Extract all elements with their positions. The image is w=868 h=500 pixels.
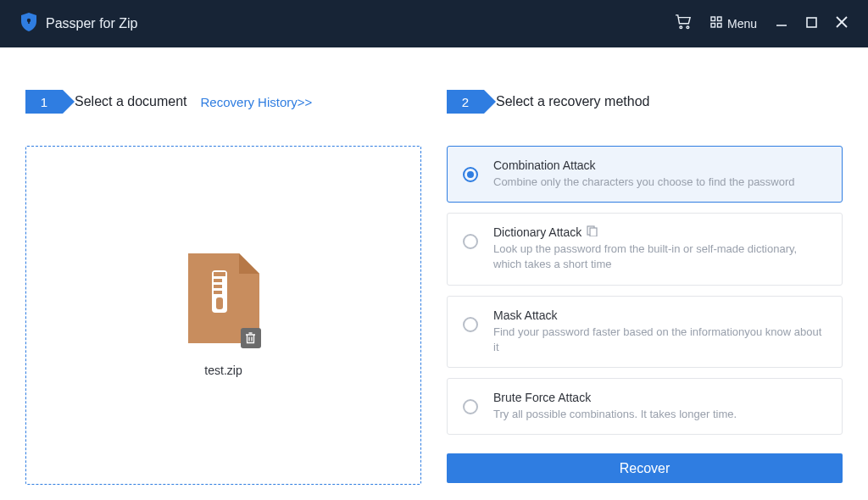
radio-icon xyxy=(463,167,478,182)
svg-rect-14 xyxy=(214,279,222,282)
content: 1 Select a document Recovery History>> xyxy=(0,47,868,500)
svg-rect-17 xyxy=(216,297,223,309)
dictionary-settings-icon[interactable] xyxy=(587,225,598,239)
titlebar-left: Passper for Zip xyxy=(20,13,137,35)
step-1-badge: 1 xyxy=(25,90,63,114)
step-1-header: 1 Select a document Recovery History>> xyxy=(25,90,421,114)
menu-button[interactable]: Menu xyxy=(710,16,757,31)
svg-rect-4 xyxy=(711,17,715,21)
method-desc: Find your password faster based on the i… xyxy=(493,325,826,355)
panel-step-2: 2 Select a recovery method Combination A… xyxy=(447,90,843,483)
recovery-methods-list: Combination Attack Combine only the char… xyxy=(447,146,843,435)
document-dropzone[interactable]: test.zip xyxy=(25,146,421,485)
grid-icon xyxy=(710,16,722,31)
svg-rect-7 xyxy=(717,24,721,28)
step-2-badge: 2 xyxy=(447,90,484,114)
svg-rect-19 xyxy=(590,228,597,236)
method-combination-attack[interactable]: Combination Attack Combine only the char… xyxy=(447,146,843,203)
panel-step-1: 1 Select a document Recovery History>> xyxy=(25,90,421,483)
svg-point-3 xyxy=(687,26,689,29)
method-desc: Look up the password from the built-in o… xyxy=(493,242,826,272)
step-2-header: 2 Select a recovery method xyxy=(447,90,843,114)
svg-rect-5 xyxy=(717,17,721,21)
svg-rect-15 xyxy=(214,285,222,288)
zip-file-icon xyxy=(188,253,259,347)
step-2-title: Select a recovery method xyxy=(496,94,649,109)
radio-icon xyxy=(463,317,478,332)
cart-icon[interactable] xyxy=(675,14,692,33)
svg-rect-6 xyxy=(711,24,715,28)
shield-icon xyxy=(20,13,37,35)
recovery-history-link[interactable]: Recovery History>> xyxy=(201,95,313,109)
svg-rect-9 xyxy=(807,18,816,27)
window-controls xyxy=(776,16,848,31)
svg-rect-16 xyxy=(214,291,222,294)
delete-file-button[interactable] xyxy=(241,328,261,348)
radio-icon xyxy=(463,234,478,249)
svg-rect-13 xyxy=(214,272,225,276)
method-mask-attack[interactable]: Mask Attack Find your password faster ba… xyxy=(447,296,843,368)
method-title: Mask Attack xyxy=(493,308,826,322)
step-1-title: Select a document xyxy=(75,94,187,109)
titlebar: Passper for Zip Menu xyxy=(0,0,868,47)
method-title: Dictionary Attack xyxy=(493,225,826,239)
svg-rect-1 xyxy=(28,20,30,24)
maximize-button[interactable] xyxy=(806,16,817,31)
radio-icon xyxy=(463,399,478,414)
recover-button[interactable]: Recover xyxy=(447,453,843,483)
app-title: Passper for Zip xyxy=(46,16,137,31)
method-title: Combination Attack xyxy=(493,158,826,172)
method-title: Brute Force Attack xyxy=(493,391,826,404)
svg-point-2 xyxy=(680,26,682,29)
titlebar-right: Menu xyxy=(675,14,848,33)
minimize-button[interactable] xyxy=(776,16,787,31)
close-button[interactable] xyxy=(836,16,848,31)
menu-label: Menu xyxy=(727,17,757,31)
method-desc: Combine only the characters you choose t… xyxy=(493,175,826,190)
method-desc: Try all possible combinations. It takes … xyxy=(493,407,826,422)
method-brute-force-attack[interactable]: Brute Force Attack Try all possible comb… xyxy=(447,378,843,435)
method-dictionary-attack[interactable]: Dictionary Attack Look up the password f… xyxy=(447,213,843,285)
selected-file-name: test.zip xyxy=(204,364,242,377)
